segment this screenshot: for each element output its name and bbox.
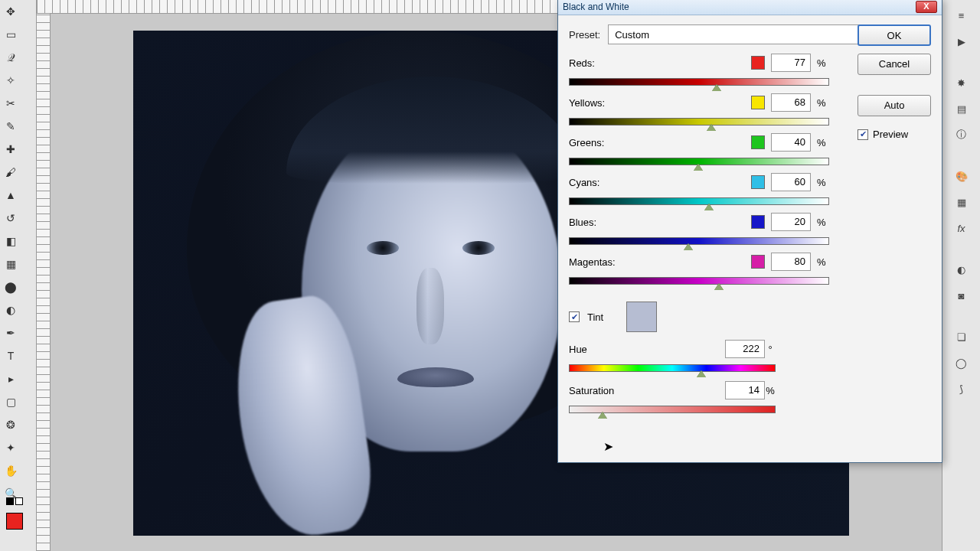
hue-input[interactable]: 222 [725,340,765,358]
channel-slider[interactable] [569,274,829,289]
channel-slider[interactable] [569,155,829,170]
gradient-tool-icon[interactable]: ▦ [2,255,20,273]
channel-value-input[interactable]: 80 [771,253,811,271]
hue-thumb[interactable] [697,370,706,377]
eyedropper-tool-icon[interactable]: ✎ [2,117,20,135]
eraser-tool-icon[interactable]: ◧ [2,232,20,250]
dialog-title: Black and White [563,2,916,12]
cancel-button[interactable]: Cancel [858,54,931,75]
masks-icon[interactable]: ◙ [951,285,972,306]
channel-value-input[interactable]: 77 [771,54,811,72]
ok-button[interactable]: OK [858,24,931,46]
close-icon[interactable]: X [916,1,937,13]
move-tool-icon[interactable]: ✥ [2,2,20,21]
hue-gradient [569,364,776,372]
foreground-color-swatch[interactable] [6,513,23,530]
3d-camera-tool-icon[interactable]: ✦ [2,439,20,457]
image-content [416,268,444,344]
channel-value-input[interactable]: 20 [771,213,811,231]
channel-slider[interactable] [569,75,829,90]
hue-label: Hue [569,344,725,355]
dialog-titlebar[interactable]: Black and White X [558,0,942,15]
channel-value-input[interactable]: 40 [771,133,811,152]
channel-gradient [569,237,829,245]
layers-icon[interactable]: ❏ [951,326,972,347]
type-tool-icon[interactable]: T [2,347,20,365]
histogram-icon[interactable]: ▤ [951,98,972,119]
channel-label: Cyans: [569,177,745,188]
pen-tool-icon[interactable]: ✒ [2,324,20,342]
crop-tool-icon[interactable]: ✂ [2,94,20,112]
right-panel-strip: ≡ ▶ ✸ ▤ ⓘ 🎨 ▦ fx ◐ ◙ ❏ ◯ ⟆ [942,0,980,551]
dodge-tool-icon[interactable]: ◐ [2,301,20,319]
channel-thumb[interactable] [684,243,693,250]
channel-gradient [569,277,829,285]
paths-icon[interactable]: ⟆ [951,378,972,399]
saturation-label: Saturation [569,385,725,396]
preview-label: Preview [873,129,908,140]
swap-colors-icon[interactable] [15,497,23,505]
default-colors-icon[interactable] [6,497,14,505]
color-icon[interactable]: 🎨 [951,165,972,187]
channels-icon[interactable]: ◯ [951,352,972,373]
marquee-tool-icon[interactable]: ▭ [2,25,20,44]
channel-thumb[interactable] [694,164,703,171]
channel-thumb[interactable] [712,84,721,91]
healing-tool-icon[interactable]: ✚ [2,140,20,158]
channel-slider[interactable] [569,194,829,210]
play-icon[interactable]: ▶ [951,31,972,52]
percent-label: % [817,177,829,188]
channel-row: Blues:20% [569,213,829,249]
channel-row: Magentas:80% [569,253,829,289]
channel-thumb[interactable] [707,124,716,131]
channel-label: Greens: [569,137,745,148]
preview-checkbox[interactable]: ✔ [858,129,868,140]
swatches-icon[interactable]: ▦ [951,191,972,213]
channel-swatch [751,135,765,149]
channel-value-input[interactable]: 68 [771,93,811,112]
saturation-thumb[interactable] [598,412,607,419]
channel-swatch [751,255,765,269]
image-content [367,241,399,255]
path-select-tool-icon[interactable]: ▸ [2,370,20,388]
expand-panels-icon[interactable]: ≡ [951,5,972,26]
percent-label: % [817,137,829,148]
blur-tool-icon[interactable]: ⬤ [2,278,20,296]
info-icon[interactable]: ⓘ [951,124,972,145]
percent-label: % [817,256,829,268]
percent-label: % [817,97,829,109]
channel-label: Magentas: [569,256,745,268]
mouse-cursor-icon: ➤ [603,439,613,454]
hand-tool-icon[interactable]: ✋ [2,461,20,480]
shape-tool-icon[interactable]: ▢ [2,393,20,411]
tint-checkbox[interactable]: ✔ [569,311,580,322]
auto-button[interactable]: Auto [858,95,931,116]
channel-swatch [751,96,765,109]
image-content [397,367,474,387]
history-brush-tool-icon[interactable]: ↺ [2,209,20,227]
brush-tool-icon[interactable]: 🖌 [2,163,20,181]
tint-color-swatch[interactable] [626,302,657,332]
channel-thumb[interactable] [714,283,724,290]
adjustments-icon[interactable]: ◐ [951,259,972,280]
lasso-tool-icon[interactable]: 𝒬 [2,48,20,67]
hue-slider[interactable] [569,361,776,377]
preset-value: Custom [615,29,649,41]
channel-slider[interactable] [569,234,829,249]
saturation-slider[interactable] [569,403,776,418]
channel-row: Greens:40% [569,133,829,170]
saturation-input[interactable]: 14 [725,381,765,399]
channel-gradient [569,78,829,86]
stamp-tool-icon[interactable]: ▲ [2,186,20,204]
3d-tool-icon[interactable]: ❂ [2,416,20,434]
channel-row: Cyans:60% [569,173,829,210]
channel-label: Yellows: [569,97,745,109]
channel-thumb[interactable] [704,204,714,210]
image-content [462,241,495,255]
channel-value-input[interactable]: 60 [771,173,811,191]
navigator-icon[interactable]: ✸ [951,72,972,93]
wand-tool-icon[interactable]: ✧ [2,71,20,90]
styles-icon[interactable]: fx [951,217,972,239]
channel-slider[interactable] [569,115,829,130]
black-and-white-dialog: Black and White X Preset: Custom ▼ ☰ Red… [557,0,942,463]
